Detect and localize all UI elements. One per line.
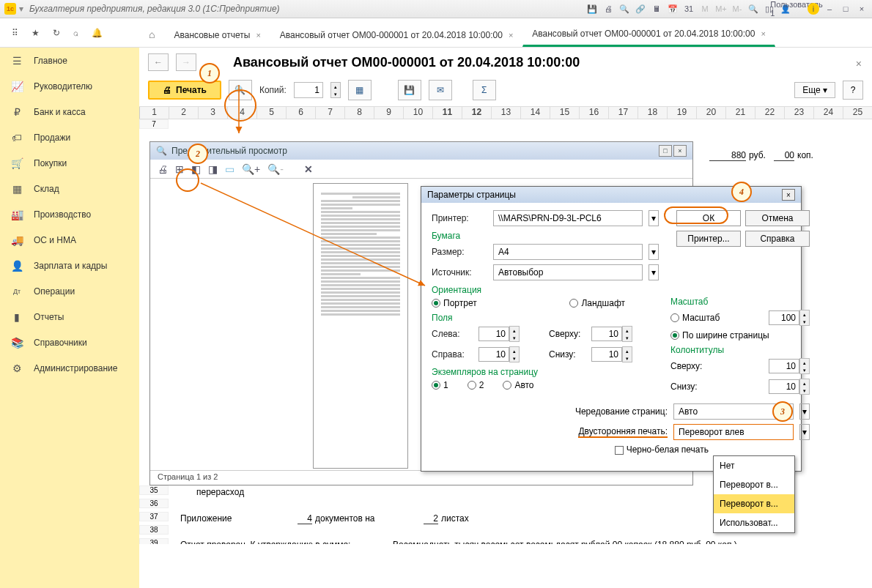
apps-icon[interactable]: ⠿ bbox=[12, 28, 18, 38]
sidebar-item-production[interactable]: 🏭Производство bbox=[0, 201, 139, 227]
calendar-icon[interactable]: 📅 bbox=[667, 3, 679, 15]
sidebar-item-bank[interactable]: ₽Банк и касса bbox=[0, 99, 139, 124]
copies-1-radio[interactable]: 1 bbox=[432, 380, 448, 390]
close-form-icon[interactable]: × bbox=[856, 58, 862, 70]
dropdown-arrow-icon[interactable]: ▾ bbox=[649, 264, 659, 280]
m-plus-icon[interactable]: M+ bbox=[715, 3, 727, 15]
title-dropdown-icon[interactable]: ▾ bbox=[19, 4, 23, 14]
date-icon[interactable]: 31 bbox=[683, 3, 695, 15]
preview-maximize-icon[interactable]: □ bbox=[659, 145, 672, 157]
copies-input[interactable] bbox=[294, 82, 323, 98]
tab-advance-reports[interactable]: Авансовые отчеты× bbox=[164, 23, 270, 47]
sidebar-item-assets[interactable]: 🚚ОС и НМА bbox=[0, 227, 139, 253]
dialog-close-icon[interactable]: × bbox=[782, 189, 795, 201]
preview-page-setup-icon[interactable]: ⊞ bbox=[175, 163, 184, 175]
close-window-icon[interactable]: × bbox=[856, 3, 868, 15]
search-icon[interactable]: ⌕ bbox=[73, 28, 78, 38]
bw-checkbox[interactable]: Черно-белая печать bbox=[615, 444, 709, 455]
history-icon[interactable]: ↻ bbox=[53, 28, 60, 38]
maximize-icon[interactable]: □ bbox=[840, 3, 851, 15]
margin-left-input[interactable] bbox=[479, 327, 509, 341]
preview-select-icon[interactable]: ▭ bbox=[225, 163, 234, 175]
info-icon[interactable]: i bbox=[808, 3, 819, 15]
scale-input[interactable] bbox=[769, 310, 799, 325]
preview-close-btn-icon[interactable]: ✕ bbox=[304, 163, 313, 175]
zoom-icon[interactable]: 🔍 bbox=[747, 3, 759, 15]
source-select[interactable] bbox=[493, 264, 643, 280]
home-icon: ⌂ bbox=[149, 29, 155, 40]
cancel-button[interactable]: Отмена bbox=[745, 210, 810, 226]
scale-radio[interactable]: Масштаб bbox=[670, 313, 720, 323]
tab-advance-report-1[interactable]: Авансовый отчет ОМ00-000001 от 20.04.201… bbox=[270, 23, 523, 47]
printer-settings-button[interactable]: Принтер... bbox=[676, 231, 741, 247]
save-button[interactable]: 💾 bbox=[398, 80, 421, 100]
dropdown-option-flip2[interactable]: Переворот в... bbox=[714, 494, 794, 513]
margin-bottom-input[interactable] bbox=[591, 347, 622, 362]
hf-bottom-input[interactable] bbox=[769, 379, 799, 394]
preview-button[interactable]: 🔍 bbox=[229, 80, 252, 100]
nav-back-button[interactable]: ← bbox=[148, 53, 169, 71]
tab-close-icon[interactable]: × bbox=[761, 29, 765, 38]
minimize-icon[interactable]: – bbox=[824, 3, 835, 15]
preview-zoomout-icon[interactable]: 🔍- bbox=[267, 163, 284, 175]
copies-auto-radio[interactable]: Авто bbox=[503, 380, 533, 390]
nav-forward-button[interactable]: → bbox=[176, 53, 196, 71]
m-minus-icon[interactable]: M- bbox=[731, 3, 743, 15]
preview-prev-page-icon[interactable]: ◧ bbox=[191, 163, 201, 175]
margin-right-input[interactable] bbox=[479, 347, 509, 362]
m-icon[interactable]: M bbox=[699, 3, 711, 15]
sidebar-item-reports[interactable]: ▮Отчеты bbox=[0, 304, 139, 330]
save-icon[interactable]: 💾 bbox=[586, 3, 598, 15]
sidebar-item-manager[interactable]: 📈Руководителю bbox=[0, 73, 139, 99]
printer-select[interactable] bbox=[493, 210, 643, 226]
table-button[interactable]: ▦ bbox=[348, 80, 372, 100]
sidebar-item-salary[interactable]: 👤Зарплата и кадры bbox=[0, 253, 139, 278]
sidebar-item-admin[interactable]: ⚙Администрирование bbox=[0, 355, 139, 381]
tab-advance-report-active[interactable]: Авансовый отчет ОМ00-000001 от 20.04.201… bbox=[522, 22, 775, 47]
sidebar-item-warehouse[interactable]: ▦Склад bbox=[0, 176, 139, 201]
sidebar-item-purchases[interactable]: 🛒Покупки bbox=[0, 150, 139, 176]
dropdown-arrow-icon[interactable]: ▾ bbox=[799, 403, 810, 420]
user-label[interactable]: 👤 Пользователь 1 bbox=[786, 3, 797, 15]
duplex-select[interactable] bbox=[673, 424, 794, 440]
favorite-icon[interactable]: ★ bbox=[32, 28, 40, 38]
dialog-help-button[interactable]: Справка bbox=[745, 231, 810, 247]
sidebar-item-operations[interactable]: ДтОперации bbox=[0, 278, 139, 304]
mail-button[interactable]: ✉ bbox=[429, 80, 452, 100]
factory-icon: 🏭 bbox=[10, 209, 23, 220]
preview-icon[interactable]: 🔍 bbox=[618, 3, 630, 15]
bell-icon[interactable]: 🔔 bbox=[92, 28, 103, 38]
dropdown-option-flip1[interactable]: Переворот в... bbox=[714, 475, 794, 494]
sidebar-item-directories[interactable]: 📚Справочники bbox=[0, 330, 139, 355]
dropdown-arrow-icon[interactable]: ▾ bbox=[649, 210, 659, 226]
sum-button[interactable]: Σ bbox=[473, 80, 496, 100]
portrait-radio[interactable]: Портрет bbox=[432, 298, 477, 308]
tab-home[interactable]: ⌂ bbox=[139, 22, 164, 47]
more-button[interactable]: Еще ▾ bbox=[794, 82, 835, 98]
ok-button[interactable]: ОК bbox=[676, 210, 741, 226]
preview-next-page-icon[interactable]: ◨ bbox=[208, 163, 218, 175]
dropdown-option-none[interactable]: Нет bbox=[714, 456, 794, 475]
margin-top-input[interactable] bbox=[591, 327, 622, 341]
tab-close-icon[interactable]: × bbox=[256, 31, 260, 40]
preview-print-icon[interactable]: 🖨 bbox=[158, 163, 168, 175]
print-icon[interactable]: 🖨 bbox=[602, 3, 614, 15]
size-select[interactable] bbox=[493, 244, 643, 260]
dropdown-arrow-icon[interactable]: ▾ bbox=[649, 244, 659, 260]
dropdown-option-use[interactable]: Использоват... bbox=[714, 513, 794, 532]
dropdown-arrow-icon[interactable]: ▾ bbox=[799, 424, 810, 440]
titlebar: 1c ▾ Бухгалтерия предприятия, редакция 3… bbox=[0, 0, 872, 18]
help-button[interactable]: ? bbox=[843, 81, 863, 100]
tab-close-icon[interactable]: × bbox=[509, 31, 513, 40]
copies-2-radio[interactable]: 2 bbox=[468, 380, 484, 390]
page-width-radio[interactable]: По ширине страницы bbox=[670, 330, 769, 340]
preview-close-icon[interactable]: × bbox=[673, 145, 687, 157]
landscape-radio[interactable]: Ландшафт bbox=[569, 298, 625, 308]
copies-spinner[interactable]: ▴▾ bbox=[330, 82, 341, 98]
calc-icon[interactable]: 🖩 bbox=[651, 3, 662, 15]
sidebar-item-sales[interactable]: 🏷Продажи bbox=[0, 124, 139, 150]
hf-top-input[interactable] bbox=[769, 359, 799, 373]
link-icon[interactable]: 🔗 bbox=[635, 3, 646, 15]
preview-zoomin-icon[interactable]: 🔍+ bbox=[242, 163, 260, 175]
sidebar-item-main[interactable]: ☰Главное bbox=[0, 48, 139, 73]
